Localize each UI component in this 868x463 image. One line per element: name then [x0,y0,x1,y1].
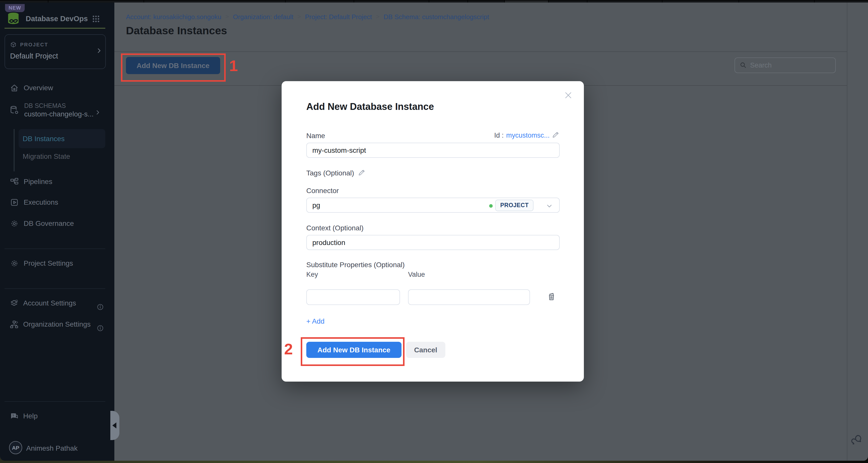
sidebar-item-project-settings[interactable]: Project Settings [10,259,73,267]
sidebar-item-label: Organization Settings [23,320,91,328]
browser-window: NEW Database DevOps [0,0,868,461]
search-input[interactable] [750,61,831,69]
home-icon [10,83,19,92]
scope-badge: PROJECT [495,199,534,211]
logo-divider [4,27,105,28]
close-icon[interactable] [564,90,573,99]
breadcrumb-separator: > [298,13,301,20]
question-glyph: ? [12,414,14,417]
screen: NEW Database DevOps [0,0,868,463]
sidebar-item-label: DB Instances [23,134,65,142]
add-row-link[interactable]: + Add [306,317,324,325]
db-schemas-label: DB SCHEMAS [24,102,93,109]
active-tab-sliver [504,0,548,2]
tags-label: Tags (Optional) [306,169,354,177]
breadcrumb-db-schema[interactable]: DB Schema: customchangelogscript [383,13,489,21]
collapse-arrow-icon [112,422,116,428]
modal-title: Add New Database Instance [306,101,434,112]
context-label: Context (Optional) [306,224,364,232]
breadcrumb-project[interactable]: Project: Default Project [305,13,372,21]
help-chat-icon: ? [9,412,18,420]
connector-label: Connector [306,186,339,194]
sidebar-item-account-settings[interactable]: Account Settings [9,299,76,307]
substitute-properties-label: Substitute Properties (Optional) [306,260,405,268]
sidebar-item-pipelines[interactable]: Pipelines [10,177,52,186]
sidebar-collapse-handle[interactable] [110,411,119,440]
project-selector[interactable]: PROJECT Default Project [4,34,106,69]
avatar-initials: AP [12,444,19,451]
status-dot [489,204,493,207]
edit-id-pencil-icon[interactable] [552,132,559,139]
sidebar-item-migration-state[interactable]: Migration State [23,152,70,160]
project-selector-value: Default Project [10,52,58,60]
sidebar-item-label: Overview [24,84,53,92]
sidebar: NEW Database DevOps [0,2,114,461]
sidebar-item-label: Executions [24,198,58,206]
breadcrumb-separator: > [376,13,380,20]
sidebar-item-overview[interactable]: Overview [10,83,53,92]
project-selector-label: PROJECT [20,41,48,47]
name-label: Name [306,131,325,139]
right-edge-divider [847,2,847,461]
sidebar-divider [4,248,105,249]
connector-select[interactable]: pg PROJECT [306,197,560,212]
key-input[interactable] [306,289,400,305]
gear-icon [10,219,19,228]
apps-grid-icon[interactable] [92,15,100,23]
info-icon[interactable] [97,303,104,310]
add-new-db-instance-button[interactable]: Add New DB Instance [126,57,220,74]
pipelines-icon [10,177,19,186]
breadcrumb-account[interactable]: Account: kurosakiichigo.songoku [126,13,221,21]
annotation-number-1: 1 [229,57,238,75]
sidebar-item-label: Account Settings [23,299,76,307]
sidebar-item-db-governance[interactable]: DB Governance [10,219,74,228]
database-gear-icon [9,105,19,115]
database-devops-logo-icon [5,10,22,26]
layers-gear-icon [9,299,18,307]
browser-tabstrip-sliver [0,0,868,2]
modal-add-new-db-instance-button[interactable]: Add New DB Instance [306,342,402,358]
key-column-label: Key [306,270,318,278]
context-input[interactable] [306,235,560,250]
chevron-right-icon [96,47,102,54]
sidebar-item-text: DB SCHEMAS custom-changelog-s... [24,102,93,118]
sidebar-item-organization-settings[interactable]: Organization Settings [9,320,91,328]
header-divider [114,51,847,52]
sidebar-item-db-instances[interactable]: DB Instances [19,129,105,148]
annotation-number-2: 2 [284,340,293,358]
subnav-rail [13,129,14,171]
trash-icon[interactable] [547,291,556,301]
sidebar-item-db-schemas[interactable]: DB SCHEMAS custom-changelog-s... [9,102,93,118]
sidebar-divider [4,401,105,402]
edit-tags-pencil-icon[interactable] [358,169,365,176]
sidebar-item-label: Pipelines [24,177,52,185]
project-cube-icon [10,41,17,48]
sidebar-item-label: Migration State [23,152,70,160]
support-chat-icon[interactable] [851,434,863,445]
breadcrumb: Account: kurosakiichigo.songoku > Organi… [126,13,489,21]
name-input[interactable] [306,142,560,157]
gear-icon [10,259,19,267]
id-label: Id : [494,131,504,139]
id-value-link[interactable]: mycustomsc... [506,131,550,139]
sidebar-divider [4,288,105,289]
chevron-right-icon [95,109,101,115]
add-db-instance-modal: Add New Database Instance Name Id : mycu… [282,81,584,381]
id-row: Id : mycustomsc... [494,131,559,139]
cancel-button[interactable]: Cancel [406,342,445,358]
avatar[interactable]: AP [9,441,22,454]
sidebar-item-help[interactable]: ? Help [9,412,38,420]
org-chart-gear-icon [9,320,18,328]
connector-value: pg [312,201,320,209]
page-title: Database Instances [126,24,227,37]
value-column-label: Value [408,270,425,278]
search-box [735,57,836,73]
info-icon[interactable] [97,324,104,331]
db-schemas-value: custom-changelog-s... [24,110,93,118]
breadcrumb-organization[interactable]: Organization: default [233,13,293,21]
user-name: Animesh Pathak [26,444,78,452]
search-icon [740,61,747,68]
sidebar-item-executions[interactable]: Executions [10,198,58,206]
executions-play-icon [10,198,19,206]
value-input[interactable] [408,289,530,305]
